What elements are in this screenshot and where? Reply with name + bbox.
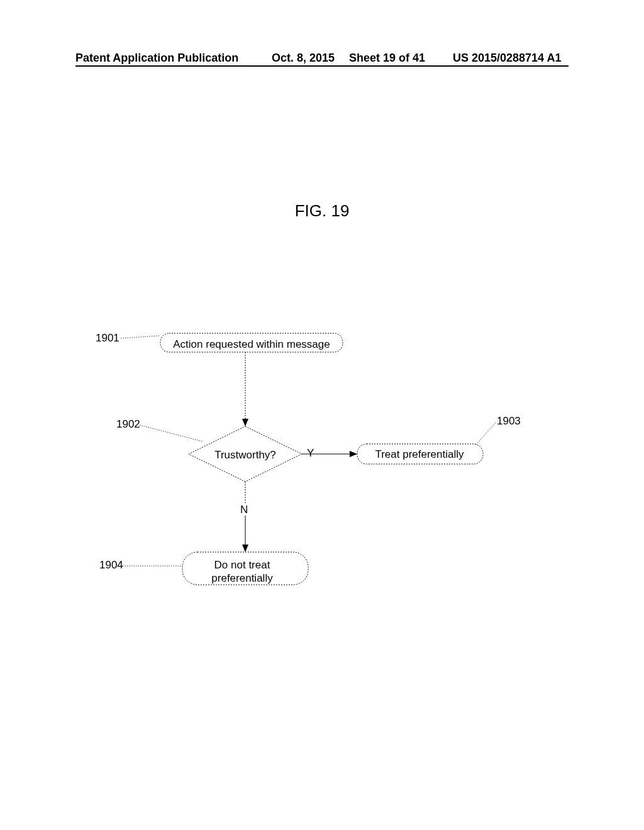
page: Patent Application Publication Oct. 8, 2… bbox=[0, 0, 644, 830]
node-notpref-shape bbox=[182, 552, 308, 585]
node-decision-shape bbox=[189, 426, 302, 482]
leader-1901 bbox=[121, 336, 159, 338]
flow-diagram bbox=[0, 0, 644, 830]
node-pref-shape bbox=[357, 444, 483, 464]
leader-1902 bbox=[140, 425, 203, 441]
arrowhead-yes bbox=[350, 451, 357, 457]
leader-1903 bbox=[475, 423, 496, 445]
arrowhead-no bbox=[242, 545, 248, 552]
node-start-shape bbox=[160, 333, 343, 352]
arrowhead-start-to-decision bbox=[242, 419, 248, 426]
